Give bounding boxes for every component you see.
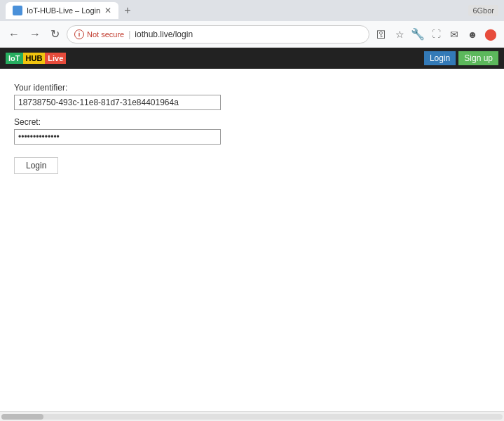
security-indicator[interactable]: i Not secure bbox=[74, 29, 124, 39]
page-content: Your identifier: Secret: Login bbox=[0, 69, 504, 411]
scroll-thumb[interactable] bbox=[1, 414, 43, 420]
ext-icon-4[interactable]: ☻ bbox=[465, 27, 480, 42]
header-signup-button[interactable]: Sign up bbox=[458, 51, 498, 65]
address-bar[interactable]: i Not secure | iothub.live/login bbox=[67, 25, 369, 44]
brand-iot: IoT bbox=[6, 53, 23, 64]
ext-icon-5[interactable]: ⬤ bbox=[483, 27, 498, 42]
tab-close-button[interactable]: ✕ bbox=[104, 6, 111, 15]
identifier-group: Your identifier: bbox=[14, 83, 490, 110]
brand-logo: IoT HUB Live bbox=[6, 53, 66, 64]
tab-icon bbox=[13, 6, 22, 15]
login-button[interactable]: Login bbox=[14, 157, 58, 174]
scroll-track bbox=[1, 414, 503, 420]
app-header: IoT HUB Live Login Sign up bbox=[0, 48, 504, 69]
header-nav: Login Sign up bbox=[424, 51, 498, 65]
identifier-label: Your identifier: bbox=[14, 83, 490, 93]
key-icon[interactable]: ⚿ bbox=[374, 27, 389, 42]
nav-bar: ← → ↻ i Not secure | iothub.live/login ⚿… bbox=[0, 21, 504, 48]
active-tab[interactable]: IoT-HUB-Live – Login ✕ bbox=[6, 2, 118, 19]
svg-rect-0 bbox=[14, 7, 21, 14]
reload-button[interactable]: ↻ bbox=[48, 26, 62, 42]
forward-button[interactable]: → bbox=[27, 27, 43, 42]
secret-label: Secret: bbox=[14, 117, 490, 127]
ext-icon-2[interactable]: ⛶ bbox=[428, 27, 444, 42]
url-text: iothub.live/login bbox=[135, 29, 362, 39]
ext-icon-1[interactable]: 🔧 bbox=[410, 27, 425, 42]
back-button[interactable]: ← bbox=[6, 27, 22, 42]
secret-group: Secret: bbox=[14, 117, 490, 145]
brand-live: Live bbox=[45, 53, 66, 64]
secret-input[interactable] bbox=[14, 129, 221, 145]
security-text: Not secure bbox=[87, 30, 124, 39]
title-bar: IoT-HUB-Live – Login ✕ + 6Gbor bbox=[0, 0, 504, 21]
nav-icons: ⚿ ☆ 🔧 ⛶ ✉ ☻ ⬤ bbox=[374, 27, 498, 42]
header-login-button[interactable]: Login bbox=[424, 51, 456, 65]
new-tab-button[interactable]: + bbox=[121, 4, 133, 17]
identifier-input[interactable] bbox=[14, 95, 221, 110]
window-controls: 6Gbor bbox=[468, 5, 498, 16]
ext-icon-3[interactable]: ✉ bbox=[447, 27, 462, 42]
info-icon: i bbox=[74, 29, 84, 39]
tab-title: IoT-HUB-Live – Login bbox=[27, 6, 100, 15]
star-icon[interactable]: ☆ bbox=[392, 27, 407, 42]
brand-hub: HUB bbox=[23, 53, 46, 64]
separator: | bbox=[128, 29, 130, 39]
horizontal-scrollbar[interactable] bbox=[0, 411, 504, 421]
